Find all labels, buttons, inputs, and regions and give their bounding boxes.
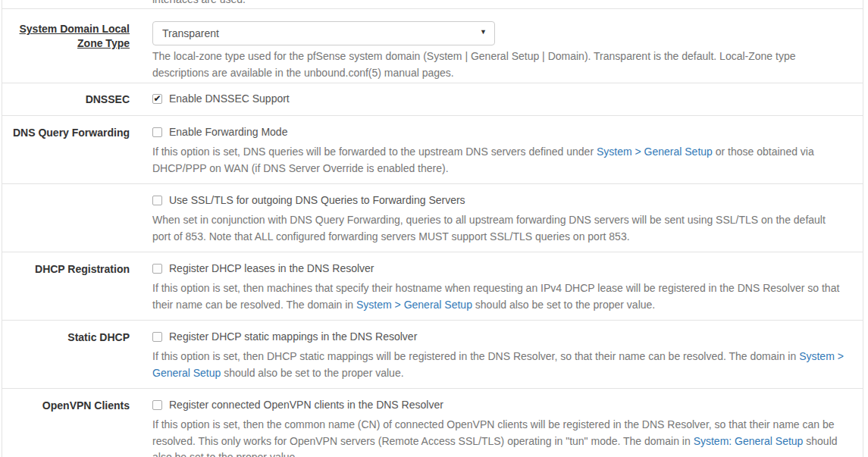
form-row-openvpn-clients: OpenVPN ClientsRegister connected OpenVP… xyxy=(2,388,863,457)
openvpn-clients-checkbox-row: Register connected OpenVPN clients in th… xyxy=(152,398,846,412)
openvpn-clients-checkbox-label: Register connected OpenVPN clients in th… xyxy=(169,398,443,412)
field-content-dnssec: ✔Enable DNSSEC Support xyxy=(152,92,848,107)
system-domain-local-zone-type-description: The local-zone type used for the pfSense… xyxy=(152,49,846,81)
dnssec-checkbox-row: ✔Enable DNSSEC Support xyxy=(152,92,846,105)
static-dhcp-checkbox[interactable] xyxy=(152,332,162,342)
static-dhcp-description: If this option is set, then DHCP static … xyxy=(152,349,846,381)
openvpn-clients-link[interactable]: System: General Setup xyxy=(694,435,804,447)
ssl-tls-forwarding-description-text: When set in conjunction with DNS Query F… xyxy=(152,214,826,243)
field-label-openvpn-clients: OpenVPN Clients xyxy=(2,398,130,457)
field-content-ssl-tls-forwarding: Use SSL/TLS for outgoing DNS Queries to … xyxy=(152,193,848,245)
dns-query-forwarding-description-text: If this option is set, DNS queries will … xyxy=(152,146,597,158)
field-content-openvpn-clients: Register connected OpenVPN clients in th… xyxy=(152,398,848,457)
form-rows: System Domain Local Zone TypeTransparent… xyxy=(2,8,863,457)
dhcp-registration-description-text: should also be set to the proper value. xyxy=(472,299,655,311)
dhcp-registration-description: If this option is set, then machines tha… xyxy=(152,280,846,313)
field-label-dns-query-forwarding: DNS Query Forwarding xyxy=(2,125,130,177)
dhcp-registration-checkbox-label: Register DHCP leases in the DNS Resolver xyxy=(169,261,374,275)
settings-panel: interfaces are used. System Domain Local… xyxy=(2,0,863,457)
ssl-tls-forwarding-checkbox-row: Use SSL/TLS for outgoing DNS Queries to … xyxy=(152,193,846,207)
dns-query-forwarding-checkbox-label: Enable Forwarding Mode xyxy=(169,125,287,139)
form-row-static-dhcp: Static DHCPRegister DHCP static mappings… xyxy=(2,320,863,388)
static-dhcp-checkbox-row: Register DHCP static mappings in the DNS… xyxy=(152,330,846,343)
openvpn-clients-description: If this option is set, then the common n… xyxy=(152,417,846,457)
dnssec-checkbox-label: Enable DNSSEC Support xyxy=(169,92,290,105)
dns-query-forwarding-description: If this option is set, DNS queries will … xyxy=(152,144,846,177)
form-row-ssl-tls-forwarding: Use SSL/TLS for outgoing DNS Queries to … xyxy=(2,183,863,252)
field-label-static-dhcp: Static DHCP xyxy=(2,330,130,381)
clipped-previous-row: interfaces are used. xyxy=(2,0,863,8)
static-dhcp-description-text: If this option is set, then DHCP static … xyxy=(152,350,799,362)
system-domain-local-zone-type-description-text: The local-zone type used for the pfSense… xyxy=(152,50,795,79)
ssl-tls-forwarding-checkbox[interactable] xyxy=(152,196,162,205)
openvpn-clients-checkbox[interactable] xyxy=(152,400,162,410)
dns-resolver-settings-page: interfaces are used. System Domain Local… xyxy=(0,0,868,457)
field-label-dnssec: DNSSEC xyxy=(2,92,130,107)
field-label-system-domain-local-zone-type: System Domain Local Zone Type xyxy=(2,21,130,81)
field-content-dns-query-forwarding: Enable Forwarding ModeIf this option is … xyxy=(152,125,848,177)
dns-query-forwarding-checkbox-row: Enable Forwarding Mode xyxy=(152,125,846,139)
field-label-dhcp-registration: DHCP Registration xyxy=(2,261,130,313)
static-dhcp-checkbox-label: Register DHCP static mappings in the DNS… xyxy=(169,330,417,343)
system-domain-local-zone-type-select[interactable]: Transparent xyxy=(152,21,495,45)
form-row-dns-query-forwarding: DNS Query ForwardingEnable Forwarding Mo… xyxy=(2,115,863,183)
dnssec-checkbox[interactable]: ✔ xyxy=(152,94,162,104)
dhcp-registration-link[interactable]: System > General Setup xyxy=(356,299,472,311)
ssl-tls-forwarding-description: When set in conjunction with DNS Query F… xyxy=(152,212,846,245)
static-dhcp-description-text: should also be set to the proper value. xyxy=(221,367,403,379)
field-content-dhcp-registration: Register DHCP leases in the DNS Resolver… xyxy=(152,261,848,313)
form-row-dnssec: DNSSEC✔Enable DNSSEC Support xyxy=(2,83,863,115)
form-row-dhcp-registration: DHCP RegistrationRegister DHCP leases in… xyxy=(2,252,863,320)
field-label-ssl-tls-forwarding xyxy=(2,193,130,245)
field-content-static-dhcp: Register DHCP static mappings in the DNS… xyxy=(152,330,848,381)
dhcp-registration-checkbox-row: Register DHCP leases in the DNS Resolver xyxy=(152,261,846,275)
ssl-tls-forwarding-checkbox-label: Use SSL/TLS for outgoing DNS Queries to … xyxy=(169,193,465,207)
field-content-system-domain-local-zone-type: Transparent▼The local-zone type used for… xyxy=(152,21,848,81)
dhcp-registration-checkbox[interactable] xyxy=(152,264,162,274)
system-domain-local-zone-type-select-wrap: Transparent▼ xyxy=(152,21,495,45)
form-row-system-domain-local-zone-type: System Domain Local Zone TypeTransparent… xyxy=(2,8,863,83)
clipped-description-text: interfaces are used. xyxy=(152,0,246,5)
dns-query-forwarding-checkbox[interactable] xyxy=(152,127,162,137)
dns-query-forwarding-link[interactable]: System > General Setup xyxy=(597,146,713,158)
